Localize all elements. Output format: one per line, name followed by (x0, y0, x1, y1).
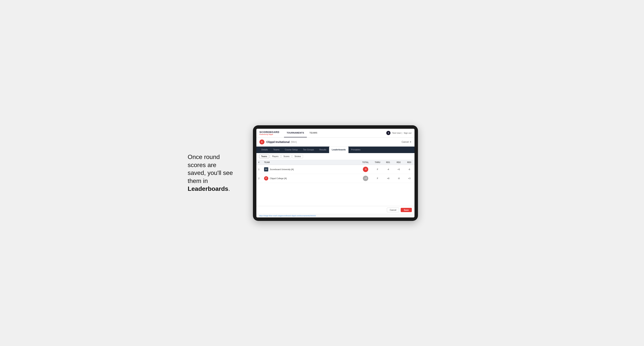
tab-printables[interactable]: Printables (348, 147, 363, 153)
intro-line3: saved, you'll see (188, 169, 233, 176)
tournament-subtitle: (Men) (291, 141, 297, 143)
col-header-thru: THRU (372, 160, 383, 165)
col-header-total: TOTAL (359, 160, 372, 165)
intro-line4: them in (188, 177, 208, 184)
nav-links: TOURNAMENTS TEAMS (284, 129, 386, 138)
score-badge-2: +3 (363, 176, 368, 181)
total-2: +3 (359, 174, 372, 183)
tab-bar: Details Teams Course Setup Tee Groups Re… (256, 147, 414, 153)
intro-text: Once round scores are saved, you'll see … (188, 153, 242, 193)
table-row: 1 SU Scoreboard University [A] -5 F -4 (256, 165, 414, 174)
team-logo-2: C (264, 176, 268, 180)
cancel-x-button[interactable]: Cancel ✕ (402, 141, 412, 143)
tournament-icon: C (260, 140, 264, 145)
cancel-label: Cancel (402, 141, 409, 143)
nav-teams[interactable]: TEAMS (307, 129, 320, 138)
tab-leaderboards[interactable]: Leaderboards (329, 147, 348, 153)
logo-area: SCOREBOARD Powered by clippd (260, 131, 280, 135)
tournament-title: Clippd Invitational (266, 141, 290, 144)
empty-space (256, 183, 414, 206)
team-name-1: SU Scoreboard University [A] (262, 165, 359, 174)
tournament-header: C Clippd Invitational (Men) Cancel ✕ (256, 138, 414, 147)
sub-btn-scores[interactable]: Scores (281, 155, 292, 158)
tab-course-setup[interactable]: Course Setup (282, 147, 300, 153)
col-header-team: TEAM (262, 160, 359, 165)
sub-toolbar: Teams Players Scores Strokes (256, 153, 414, 160)
sub-btn-strokes[interactable]: Strokes (292, 155, 303, 158)
footer-bar: Cancel Save (256, 206, 414, 214)
tab-tee-groups[interactable]: Tee Groups (300, 147, 317, 153)
team-logo-1: SU (264, 167, 268, 172)
table-row: 2 C Clippd College [A] +3 F +8 -8 (256, 174, 414, 183)
score-badge-1: -5 (363, 167, 368, 172)
top-nav: SCOREBOARD Powered by clippd TOURNAMENTS… (256, 129, 414, 138)
intro-period: . (228, 185, 230, 192)
nav-right: S Test User | Sign out (386, 131, 412, 135)
sub-btn-players[interactable]: Players (270, 155, 280, 158)
logo-powered: Powered by clippd (260, 134, 280, 135)
rd1-2: +8 (383, 174, 394, 183)
col-header-rank: # (256, 160, 262, 165)
total-1: -5 (359, 165, 372, 174)
rd2-1: +5 (394, 165, 404, 174)
tab-details[interactable]: Details (259, 147, 270, 153)
thru-1: F (372, 165, 383, 174)
rd3-2: +3 (404, 174, 414, 183)
nav-tournaments[interactable]: TOURNAMENTS (284, 129, 307, 138)
url-text: https://stage-blue-coach.stagescoreboard… (259, 215, 316, 217)
user-avatar: S (386, 131, 390, 135)
intro-line1: Once round (188, 154, 220, 160)
url-bar: https://stage-blue-coach.stagescoreboard… (256, 214, 414, 217)
tablet-frame: SCOREBOARD Powered by clippd TOURNAMENTS… (253, 125, 418, 221)
sub-btn-teams[interactable]: Teams (259, 155, 269, 158)
team-name-2: C Clippd College [A] (262, 174, 359, 183)
save-button[interactable]: Save (401, 208, 412, 212)
rank-1: 1 (256, 165, 262, 174)
intro-line2: scores are (188, 162, 216, 169)
tablet-screen: SCOREBOARD Powered by clippd TOURNAMENTS… (256, 129, 414, 217)
sign-out-link[interactable]: Sign out (404, 132, 412, 134)
intro-bold: Leaderboards (188, 185, 228, 192)
thru-2: F (372, 174, 383, 183)
logo-scoreboard: SCOREBOARD (260, 131, 280, 134)
user-name: Test User | (392, 132, 402, 134)
rd3-1: -6 (404, 165, 414, 174)
cancel-button[interactable]: Cancel (387, 208, 399, 212)
col-header-rd3: RD3 (404, 160, 414, 165)
rank-2: 2 (256, 174, 262, 183)
tab-results[interactable]: Results (317, 147, 329, 153)
rd1-1: -4 (383, 165, 394, 174)
col-header-rd1: RD1 (383, 160, 394, 165)
leaderboard-table: # TEAM TOTAL THRU RD1 RD2 RD3 1 (256, 160, 414, 183)
rd2-2: -8 (394, 174, 404, 183)
tab-teams[interactable]: Teams (270, 147, 282, 153)
col-header-rd2: RD2 (394, 160, 404, 165)
close-icon: ✕ (410, 141, 412, 143)
